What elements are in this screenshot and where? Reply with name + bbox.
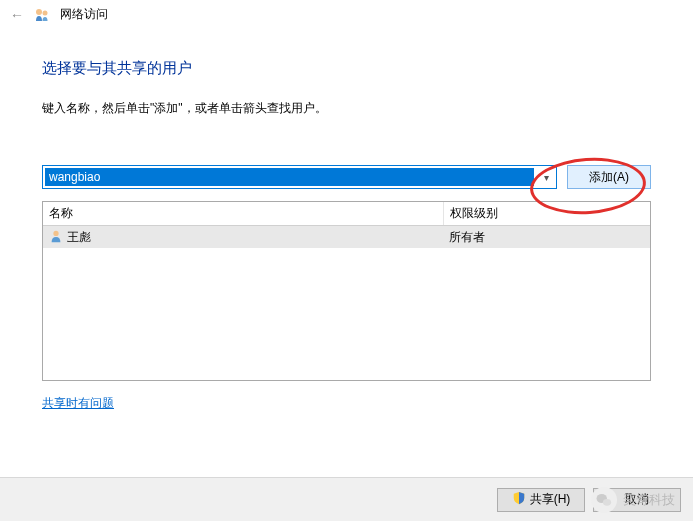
shield-icon (512, 491, 526, 508)
title-bar: ← 网络访问 (0, 0, 693, 29)
svg-point-2 (53, 230, 58, 235)
page-title: 选择要与其共享的用户 (42, 59, 651, 78)
table-header: 名称 权限级别 (43, 202, 650, 226)
add-button[interactable]: 添加(A) (567, 165, 651, 189)
footer-bar: 共享(H) 取消 (0, 477, 693, 521)
user-name-input[interactable] (45, 168, 534, 186)
table-row[interactable]: 王彪 所有者 (43, 226, 650, 248)
user-icon (49, 229, 63, 246)
back-arrow-icon[interactable]: ← (10, 7, 24, 23)
svg-point-0 (36, 9, 42, 15)
network-access-icon (34, 7, 50, 23)
user-input-row: ▾ 添加(A) (42, 165, 651, 189)
chevron-down-icon[interactable]: ▾ (536, 166, 556, 188)
svg-point-1 (43, 10, 48, 15)
user-combobox[interactable]: ▾ (42, 165, 557, 189)
content-area: 选择要与其共享的用户 键入名称，然后单击"添加"，或者单击箭头查找用户。 ▾ 添… (0, 29, 693, 412)
column-permission-header[interactable]: 权限级别 (443, 202, 650, 225)
user-name-text: 王彪 (67, 229, 91, 246)
share-button[interactable]: 共享(H) (497, 488, 585, 512)
cell-permission: 所有者 (443, 229, 650, 246)
users-table: 名称 权限级别 王彪 所有者 (42, 201, 651, 381)
column-name-header[interactable]: 名称 (43, 205, 443, 222)
help-link[interactable]: 共享时有问题 (42, 395, 114, 412)
cancel-button[interactable]: 取消 (593, 488, 681, 512)
cell-user-name: 王彪 (43, 229, 443, 246)
window-title: 网络访问 (60, 6, 108, 23)
instruction-text: 键入名称，然后单击"添加"，或者单击箭头查找用户。 (42, 100, 651, 117)
